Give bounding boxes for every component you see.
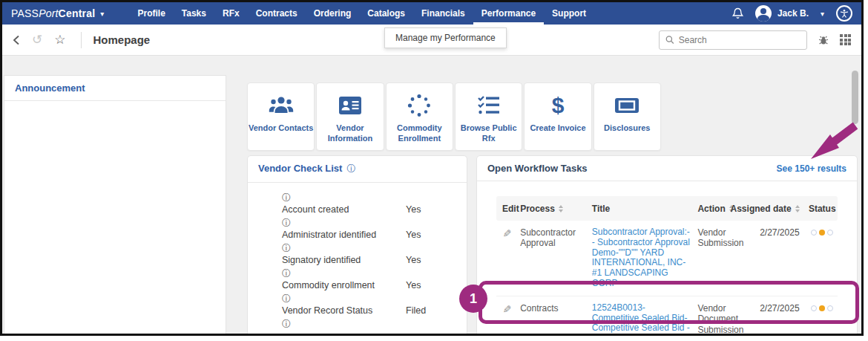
col-assigned-date[interactable]: Assigned date (749, 204, 806, 214)
announcement-panel: Announcement (4, 75, 226, 336)
brand-caret-icon[interactable]: ▾ (100, 10, 104, 18)
nav-item-contracts[interactable]: Contracts (248, 2, 306, 25)
info-icon[interactable]: ⓘ (346, 163, 355, 174)
navbar-right: Jack B. ▾ (732, 5, 852, 22)
task-title-link[interactable]: Subcontractor Approval:-- Subcontractor … (592, 227, 692, 289)
tile-commodity-enrollment[interactable]: Commodity Enrollment (386, 82, 453, 151)
checklist-value: Yes (406, 279, 421, 291)
user-avatar (755, 5, 772, 22)
page-title: Homepage (93, 33, 151, 46)
debug-bug-icon[interactable] (818, 34, 829, 46)
checklist-item: ⓘ Vendor Record StatusFiled (282, 293, 456, 316)
task-title-link[interactable]: 12524B0013-Competitive Sealed Bid-Compet… (592, 303, 692, 336)
accessibility-icon[interactable] (836, 5, 852, 22)
tile-create-invoice[interactable]: $ Create Invoice (524, 82, 591, 151)
tile-label: Vendor Information (317, 123, 383, 144)
checklist-label: Vendor Record Status (282, 305, 406, 316)
vendor-checklist-panel: Vendor Check Listⓘ ⓘ Account createdYes … (247, 155, 467, 336)
row-process: Subcontractor Approval (520, 227, 592, 249)
checklist-item: ⓘ Account createdYes (282, 192, 456, 215)
browse-public-rfx-icon (477, 91, 501, 120)
quick-action-tiles: Vendor Contacts Vendor Information Commo… (247, 82, 661, 151)
open-workflow-tasks-panel: Open Workflow Tasks See 150+ results Edi… (476, 155, 858, 336)
tile-disclosures[interactable]: Disclosures (594, 82, 661, 151)
row-process: Contracts (520, 303, 592, 314)
search-input[interactable] (679, 35, 800, 45)
col-process[interactable]: Process (520, 204, 592, 214)
search-icon (665, 35, 674, 45)
checklist-label: Commodity enrollment (282, 279, 406, 291)
tile-label: Disclosures (604, 123, 650, 134)
checklist-label: Account created (282, 204, 406, 215)
nav-item-ordering[interactable]: Ordering (306, 2, 360, 25)
row-assigned-date: 2/27/2025 (749, 303, 806, 314)
workflow-header: Open Workflow Tasks See 150+ results (477, 156, 857, 181)
back-icon[interactable] (13, 35, 20, 45)
app-window: PASSPortCentral ▾ Profile Tasks RFx Cont… (0, 0, 864, 336)
nav-item-support[interactable]: Support (544, 2, 594, 25)
edit-pencil-icon[interactable]: ✎ (501, 305, 513, 314)
info-icon[interactable]: ⓘ (282, 267, 456, 279)
tile-label: Commodity Enrollment (387, 123, 453, 144)
checklist-value: Yes (406, 229, 421, 241)
nav-item-performance[interactable]: Performance (473, 2, 544, 25)
vendor-checklist-title: Vendor Check Listⓘ (258, 163, 355, 175)
history-icon[interactable]: ↺ (32, 32, 42, 48)
disclosures-icon (614, 91, 640, 120)
info-icon[interactable]: ⓘ (282, 318, 456, 330)
apps-grid-icon[interactable] (840, 34, 851, 45)
sort-icon[interactable] (795, 205, 800, 212)
svg-text:$: $ (552, 93, 565, 117)
user-name: Jack B. (777, 8, 809, 19)
nav-item-catalogs[interactable]: Catalogs (359, 2, 413, 25)
nav-item-rfx[interactable]: RFx (214, 2, 248, 25)
notifications-bell-icon[interactable] (732, 7, 743, 19)
checklist-label: Signatory identified (282, 254, 406, 266)
user-caret-icon[interactable]: ▾ (821, 10, 824, 18)
info-icon[interactable]: ⓘ (282, 242, 456, 254)
vendor-contacts-icon (269, 91, 294, 120)
info-icon[interactable]: ⓘ (282, 192, 456, 204)
col-title[interactable]: Title (592, 204, 698, 214)
menu-item-manage-my-performance[interactable]: Manage my Performance (384, 27, 507, 48)
sort-icon[interactable] (559, 205, 563, 212)
checklist-item: ⓘ Signatory identifiedYes (282, 242, 456, 266)
create-invoice-icon: $ (550, 91, 566, 120)
brand-logo[interactable]: PASSPortCentral ▾ (11, 7, 104, 19)
vendor-checklist-header: Vendor Check Listⓘ (248, 156, 467, 183)
workflow-title: Open Workflow Tasks (487, 163, 588, 174)
main-content: Announcement Vendor Contacts Vendor Info… (2, 56, 861, 334)
scrollbar-thumb[interactable] (852, 71, 858, 124)
workflow-table-header: Edit Process Title Action Assigned date … (496, 196, 838, 221)
tile-vendor-contacts[interactable]: Vendor Contacts (247, 82, 315, 151)
col-edit: Edit (496, 204, 520, 214)
brand-central: Central (59, 7, 96, 19)
checklist-value: Filed (406, 305, 426, 316)
nav-item-tasks[interactable]: Tasks (174, 2, 214, 25)
checklist-item: ⓘ Commodity enrollmentYes (282, 267, 456, 291)
col-status: Status (807, 204, 838, 214)
nav-item-profile[interactable]: Profile (129, 2, 173, 25)
info-icon[interactable]: ⓘ (282, 293, 456, 305)
annotation-step-badge: 1 (459, 285, 487, 313)
status-dots (811, 305, 833, 311)
favorite-star-icon[interactable]: ☆ (54, 32, 65, 48)
workflow-table: Edit Process Title Action Assigned date … (496, 196, 838, 336)
user-menu[interactable]: Jack B. (755, 5, 809, 22)
tile-browse-public-rfx[interactable]: Browse Public Rfx (455, 82, 522, 151)
checklist-item: ⓘ Administrator identifiedYes (282, 217, 456, 241)
edit-pencil-icon[interactable]: ✎ (501, 229, 513, 238)
brand-pass: PASS (11, 7, 39, 19)
info-icon[interactable]: ⓘ (282, 217, 456, 229)
tile-vendor-information[interactable]: Vendor Information (316, 82, 384, 151)
checklist-value: Yes (406, 254, 421, 266)
row-action: Vendor Document Submission (697, 303, 749, 335)
toolbar-right (659, 30, 851, 50)
tile-label: Vendor Contacts (249, 123, 313, 134)
nav-item-financials[interactable]: Financials (413, 2, 473, 25)
announcement-title: Announcement (15, 82, 85, 94)
see-results-link[interactable]: See 150+ results (777, 163, 846, 174)
global-search[interactable] (659, 30, 807, 50)
toolbar-divider (81, 32, 82, 48)
tile-label: Create Invoice (530, 123, 585, 134)
